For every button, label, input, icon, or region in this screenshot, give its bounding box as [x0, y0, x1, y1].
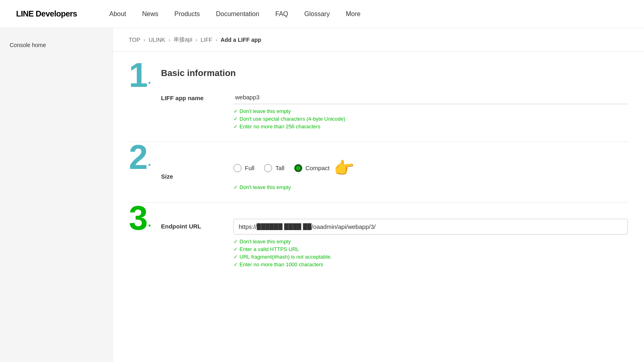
step-2-wrapper: 2. Size Full — [129, 142, 628, 202]
size-hints: Don't leave this empty — [233, 184, 628, 190]
breadcrumb-sep-3: › — [196, 37, 198, 43]
breadcrumb-current: Add a LIFF app — [221, 37, 261, 43]
hint-3-3: URL fragment(#hash) is not acceptable. — [233, 254, 628, 260]
size-tall-radio[interactable] — [264, 164, 272, 172]
step-2-number-col: 2. — [129, 142, 161, 202]
liff-app-name-field: Don't leave this empty Don't use special… — [233, 90, 628, 130]
size-full-radio[interactable] — [233, 164, 242, 172]
nav-news[interactable]: News — [134, 0, 166, 28]
step-2-dot: . — [148, 155, 151, 168]
breadcrumb-ulink[interactable]: ULINK — [149, 37, 165, 43]
sidebar-item-console-home[interactable]: Console home — [0, 36, 112, 54]
step-1-title: Basic information — [161, 68, 628, 78]
step-1-body: Basic information LIFF app name Don't le… — [161, 60, 628, 142]
step-2-body: Size Full Tall — [161, 142, 628, 202]
step-3-body: Endpoint URL Don't leave this empty Ente… — [161, 203, 628, 280]
hint-1-2: Don't use special characters (4-byte Uni… — [233, 116, 628, 122]
nav-about[interactable]: About — [101, 0, 134, 28]
endpoint-url-label: Endpoint URL — [161, 219, 225, 230]
logo: LINE Developers — [16, 9, 77, 19]
size-compact-option[interactable]: Compact — [294, 164, 330, 172]
liff-app-name-input[interactable] — [233, 90, 628, 104]
size-radio-group: Full Tall Compact 👉 — [233, 158, 628, 178]
breadcrumb: TOP › ULINK › 串接api › LIFF › Add a LIFF … — [113, 28, 644, 52]
liff-app-name-label: LIFF app name — [161, 90, 225, 101]
size-full-option[interactable]: Full — [233, 164, 254, 172]
step-3-wrapper: 3. Endpoint URL Don't leave this empty E… — [129, 203, 628, 280]
size-field: Full Tall Compact 👉 — [233, 158, 628, 190]
step-3-number-col: 3. — [129, 203, 161, 280]
step-1-number: 1. — [129, 60, 161, 91]
sidebar: Console home — [0, 28, 113, 362]
breadcrumb-top[interactable]: TOP — [129, 37, 140, 43]
endpoint-url-input[interactable] — [233, 219, 628, 234]
hint-3-2: Enter a valid HTTPS URL — [233, 246, 628, 252]
step-1-number-col: 1. — [129, 60, 161, 142]
size-tall-option[interactable]: Tall — [264, 164, 285, 172]
hint-3-1: Don't leave this empty — [233, 239, 628, 245]
hint-2-1: Don't leave this empty — [233, 184, 628, 190]
size-label: Size — [161, 169, 225, 180]
breadcrumb-sep-4: › — [215, 37, 217, 43]
breadcrumb-channel[interactable]: 串接api — [173, 36, 192, 43]
size-full-label: Full — [245, 165, 254, 171]
step-1-dot: . — [148, 73, 151, 86]
endpoint-url-row: Endpoint URL Don't leave this empty Ente… — [161, 211, 628, 267]
size-compact-label: Compact — [305, 165, 330, 171]
nav-products[interactable]: Products — [166, 0, 208, 28]
size-tall-label: Tall — [275, 165, 285, 171]
page-layout: Console home TOP › ULINK › 串接api › LIFF … — [0, 28, 644, 362]
size-compact-radio[interactable] — [294, 164, 302, 172]
main-content: TOP › ULINK › 串接api › LIFF › Add a LIFF … — [113, 28, 644, 362]
step-3-number: 3. — [129, 203, 161, 234]
nav-more[interactable]: More — [338, 0, 368, 28]
main-nav: About News Products Documentation FAQ Gl… — [101, 0, 368, 28]
breadcrumb-sep-2: › — [168, 37, 170, 43]
nav-glossary[interactable]: Glossary — [296, 0, 338, 28]
nav-documentation[interactable]: Documentation — [208, 0, 267, 28]
step-1-wrapper: 1. Basic information LIFF app name Don't… — [129, 60, 628, 142]
header: LINE Developers About News Products Docu… — [0, 0, 644, 28]
endpoint-url-field: Don't leave this empty Enter a valid HTT… — [233, 219, 628, 267]
hint-1-1: Don't leave this empty — [233, 108, 628, 114]
size-row: Size Full Tall — [161, 150, 628, 190]
form-container: 1. Basic information LIFF app name Don't… — [113, 52, 644, 296]
breadcrumb-sep-1: › — [144, 37, 146, 43]
hint-1-3: Enter no more than 256 characters — [233, 123, 628, 130]
hint-3-4: Enter no more than 1000 characters — [233, 261, 628, 267]
step-2-number: 2. — [129, 142, 161, 173]
breadcrumb-liff[interactable]: LIFF — [200, 37, 212, 43]
endpoint-url-hints: Don't leave this empty Enter a valid HTT… — [233, 239, 628, 267]
pointing-hand-emoji: 👉 — [333, 157, 355, 179]
liff-app-name-hints: Don't leave this empty Don't use special… — [233, 108, 628, 130]
step-3-dot: . — [148, 216, 151, 229]
liff-app-name-row: LIFF app name Don't leave this empty Don… — [161, 90, 628, 130]
nav-faq[interactable]: FAQ — [267, 0, 296, 28]
